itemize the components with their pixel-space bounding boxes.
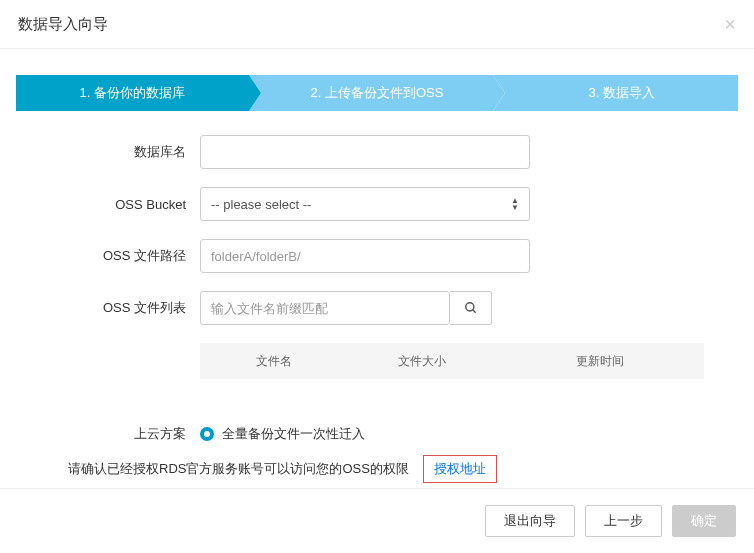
auth-text: 请确认已经授权RDS官方服务账号可以访问您的OSS的权限	[68, 460, 423, 478]
select-value: -- please select --	[211, 197, 311, 212]
input-oss-path[interactable]	[200, 239, 530, 273]
label-oss-bucket: OSS Bucket	[16, 197, 200, 212]
modal-title: 数据导入向导	[18, 15, 108, 34]
radio-full-backup[interactable]: 全量备份文件一次性迁入	[200, 425, 365, 443]
label-migration: 上云方案	[16, 425, 200, 443]
select-oss-bucket[interactable]: -- please select -- ▲▼	[200, 187, 530, 221]
row-migration-plan: 上云方案 全量备份文件一次性迁入	[16, 425, 738, 443]
row-auth-notice: 请确认已经授权RDS官方服务账号可以访问您的OSS的权限 授权地址	[16, 455, 738, 483]
label-oss-path: OSS 文件路径	[16, 247, 200, 265]
wizard-steps: 1. 备份你的数据库 2. 上传备份文件到OSS 3. 数据导入	[16, 75, 738, 111]
step-label: 3. 数据导入	[588, 84, 654, 102]
file-table-header: 文件名 文件大小 更新时间	[200, 343, 704, 379]
exit-wizard-button[interactable]: 退出向导	[485, 505, 575, 537]
row-db-name: 数据库名	[16, 135, 738, 169]
col-updated: 更新时间	[496, 353, 704, 370]
confirm-button[interactable]: 确定	[672, 505, 736, 537]
step-3-import[interactable]: 3. 数据导入	[493, 75, 738, 111]
step-1-backup[interactable]: 1. 备份你的数据库	[16, 75, 249, 111]
modal-header: 数据导入向导 ×	[0, 0, 754, 49]
row-oss-bucket: OSS Bucket -- please select -- ▲▼	[16, 187, 738, 221]
select-caret-icon: ▲▼	[511, 197, 519, 211]
search-button[interactable]	[450, 291, 492, 325]
auth-link[interactable]: 授权地址	[423, 455, 497, 483]
step-label: 2. 上传备份文件到OSS	[311, 84, 444, 102]
step-2-upload[interactable]: 2. 上传备份文件到OSS	[249, 75, 494, 111]
modal-body: 1. 备份你的数据库 2. 上传备份文件到OSS 3. 数据导入 数据库名 OS…	[0, 49, 754, 483]
col-filesize: 文件大小	[348, 353, 496, 370]
search-icon	[464, 301, 478, 315]
step-label: 1. 备份你的数据库	[80, 84, 185, 102]
label-db-name: 数据库名	[16, 143, 200, 161]
svg-point-0	[465, 303, 473, 311]
previous-step-button[interactable]: 上一步	[585, 505, 662, 537]
row-oss-path: OSS 文件路径	[16, 239, 738, 273]
modal-footer: 退出向导 上一步 确定	[0, 488, 754, 553]
input-oss-list-search[interactable]	[200, 291, 450, 325]
close-icon[interactable]: ×	[724, 14, 736, 34]
data-import-wizard-modal: 数据导入向导 × 1. 备份你的数据库 2. 上传备份文件到OSS 3. 数据导…	[0, 0, 754, 553]
radio-icon	[200, 427, 214, 441]
input-db-name[interactable]	[200, 135, 530, 169]
row-oss-list: OSS 文件列表	[16, 291, 738, 325]
svg-line-1	[472, 310, 475, 313]
label-oss-list: OSS 文件列表	[16, 299, 200, 317]
col-filename: 文件名	[200, 353, 348, 370]
radio-label: 全量备份文件一次性迁入	[222, 425, 365, 443]
